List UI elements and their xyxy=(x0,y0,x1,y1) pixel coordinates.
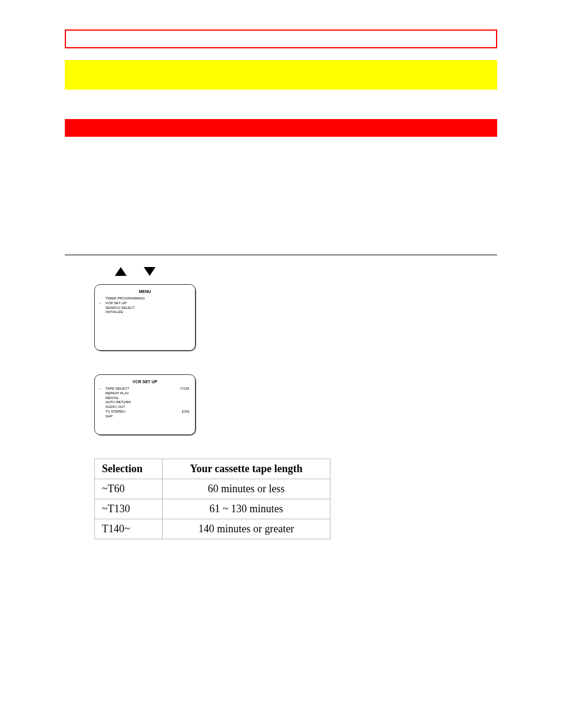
table-cell: 60 minutes or less xyxy=(163,479,330,499)
red-border-box xyxy=(65,29,497,48)
tape-select-table: Selection Your cassette tape length ~T60… xyxy=(94,459,538,539)
setup-item: RENTAL xyxy=(105,396,189,401)
yellow-box xyxy=(65,60,497,90)
table-row: ~T60 60 minutes or less xyxy=(95,479,330,499)
table-cell: 140 minutes or greater xyxy=(163,519,330,539)
setup-item: AUTO RETURN xyxy=(105,400,189,405)
table-cell: 61 ~ 130 minutes xyxy=(163,499,330,519)
table-row: ~T130 61 ~ 130 minutes xyxy=(95,499,330,519)
table-cell: T140~ xyxy=(95,519,163,539)
triangle-down-icon xyxy=(144,267,156,276)
menu-item: SEARCH SELECT xyxy=(105,306,189,311)
setup-item: →TAPE SELECT~T130 xyxy=(105,387,189,391)
arrow-icon: → xyxy=(98,301,102,306)
setup-item: SAP xyxy=(105,414,189,419)
menu-screen-title: MENU xyxy=(101,289,189,294)
table-header: Your cassette tape length xyxy=(163,459,330,479)
vcr-setup-title: VCR SET UP xyxy=(101,380,189,384)
divider xyxy=(65,255,497,255)
vcr-setup-items: →TAPE SELECT~T130 REPEAT PLAY RENTAL AUT… xyxy=(101,387,189,419)
arrow-icon: → xyxy=(98,387,102,391)
menu-item: →VCR SET UP xyxy=(105,301,189,306)
table-header: Selection xyxy=(95,459,163,479)
vcr-setup-screen: VCR SET UP →TAPE SELECT~T130 REPEAT PLAY… xyxy=(94,374,196,435)
menu-screen: MENU TIMER PROGRAMMING →VCR SET UP SEARC… xyxy=(94,284,196,351)
menu-item: INITIALIZE xyxy=(105,310,189,315)
table-row: T140~ 140 minutes or greater xyxy=(95,519,330,539)
table-cell: ~T130 xyxy=(95,499,163,519)
table-cell: ~T60 xyxy=(95,479,163,499)
setup-item: REPEAT PLAY xyxy=(105,391,189,396)
menu-screen-items: TIMER PROGRAMMING →VCR SET UP SEARCH SEL… xyxy=(101,297,189,315)
setup-item: TV STEREO[ON] xyxy=(105,410,189,414)
setup-item: AUDIO OUT xyxy=(105,405,189,410)
triangle-up-icon xyxy=(115,267,127,276)
menu-item: TIMER PROGRAMMING xyxy=(105,297,189,301)
red-box xyxy=(65,119,497,137)
up-down-icons xyxy=(115,267,538,278)
